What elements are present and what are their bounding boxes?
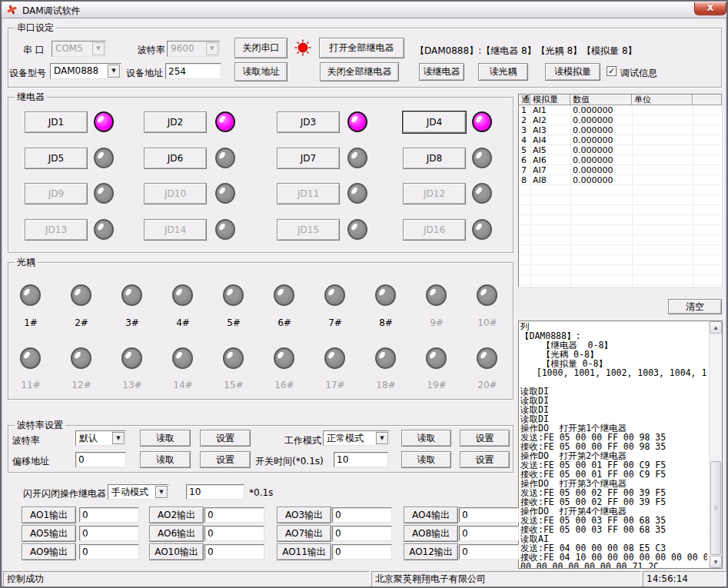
ao2-value-input[interactable] — [204, 507, 264, 523]
close-serial-button[interactable]: 关闭串口 — [234, 38, 288, 58]
cell-unit — [632, 115, 693, 125]
relay-button-jd7[interactable]: JD7 — [277, 148, 340, 169]
ao7-output-button[interactable]: AO7输出 — [277, 525, 331, 542]
chevron-down-icon[interactable]: ▼ — [112, 432, 125, 444]
log-scrollbar[interactable]: ▲ ▼ — [709, 321, 722, 568]
col-header-unit[interactable]: 单位 — [632, 95, 693, 105]
opto-led-15 — [223, 347, 244, 369]
baud-group-title: 波特率设置 — [15, 420, 65, 430]
ao12-value-input[interactable] — [459, 544, 519, 560]
switch-read-button[interactable]: 读取 — [401, 451, 451, 468]
cell-analog: AI3 — [530, 125, 570, 135]
relay-button-jd11[interactable]: JD11 — [277, 183, 340, 204]
chevron-down-icon[interactable]: ▼ — [92, 42, 105, 55]
chevron-down-icon[interactable]: ▼ — [206, 42, 218, 55]
col-header-value[interactable]: 数值 — [570, 95, 632, 105]
relay-button-jd4[interactable]: JD4 — [403, 111, 466, 133]
ao3-value-input[interactable] — [332, 507, 392, 523]
col-header-extra[interactable] — [693, 95, 722, 105]
baud2-select[interactable]: 默认 ▼ — [75, 430, 126, 446]
mode-set-button[interactable]: 设置 — [460, 430, 510, 447]
relay-button-jd9[interactable]: JD9 — [25, 183, 88, 204]
opto-group-title: 光耦 — [15, 257, 38, 267]
relay-button-jd3[interactable]: JD3 — [277, 111, 340, 133]
ao1-output-button[interactable]: AO1输出 — [22, 507, 76, 523]
status-company: 北京聚英翱翔电子有限公司 — [371, 571, 641, 586]
relay-led-jd2 — [215, 111, 235, 132]
device-addr-input[interactable] — [165, 63, 221, 79]
switch-time-input[interactable] — [334, 452, 388, 467]
ao5-output-button[interactable]: AO5输出 — [22, 525, 76, 542]
switch-set-button[interactable]: 设置 — [460, 451, 510, 468]
relay-led-jd8 — [472, 148, 492, 168]
model-select[interactable]: DAM0888 ▼ — [50, 63, 121, 79]
read-analog-button[interactable]: 读模拟量 — [545, 63, 600, 81]
debug-info-checkbox[interactable] — [607, 66, 617, 76]
offset-read-button[interactable]: 读取 — [140, 451, 191, 468]
ao3-output-button[interactable]: AO3输出 — [277, 507, 331, 523]
relay-button-jd16[interactable]: JD16 — [403, 219, 466, 241]
port-value: COM5 — [55, 43, 83, 54]
relay-led-jd4 — [472, 111, 492, 132]
ao11-value-input[interactable] — [332, 544, 392, 560]
ao5-value-input[interactable] — [79, 526, 139, 541]
baud-set-button[interactable]: 设置 — [200, 430, 251, 447]
ao9-output-button[interactable]: AO9输出 — [22, 543, 76, 560]
open-all-relays-button[interactable]: 打开全部继电器 — [319, 38, 404, 58]
chevron-down-icon[interactable]: ▼ — [376, 432, 388, 444]
ao9-value-input[interactable] — [79, 544, 139, 560]
cell-value: 0.000000 — [570, 125, 632, 135]
flash-time-input[interactable] — [186, 484, 244, 500]
relay-button-jd14[interactable]: JD14 — [144, 219, 207, 241]
offset-addr-input[interactable] — [75, 452, 126, 467]
relay-button-jd13[interactable]: JD13 — [25, 219, 88, 241]
read-addr-button[interactable]: 读取地址 — [234, 62, 288, 81]
ao11-output-button[interactable]: AO11输出 — [277, 543, 331, 560]
offset-set-button[interactable]: 设置 — [200, 451, 251, 468]
read-opto-button[interactable]: 读光耦 — [478, 63, 528, 81]
ao6-output-button[interactable]: AO6输出 — [149, 525, 204, 542]
close-all-relays-button[interactable]: 关闭全部继电器 — [320, 62, 399, 81]
ao12-output-button[interactable]: AO12输出 — [404, 543, 458, 560]
clear-button[interactable]: 清空 — [668, 299, 722, 314]
relay-button-jd15[interactable]: JD15 — [277, 219, 340, 241]
relay-button-jd2[interactable]: JD2 — [144, 111, 207, 133]
relay-button-jd12[interactable]: JD12 — [403, 183, 466, 204]
ao6-value-input[interactable] — [204, 526, 264, 541]
opto-led-20 — [477, 347, 497, 369]
col-header-channel[interactable]: 通 — [519, 95, 530, 105]
close-button[interactable]: X — [694, 2, 726, 15]
scroll-up-icon[interactable]: ▲ — [710, 321, 722, 334]
relay-button-jd10[interactable]: JD10 — [144, 183, 207, 204]
relay-button-jd8[interactable]: JD8 — [403, 148, 466, 169]
ao8-output-button[interactable]: AO8输出 — [404, 525, 458, 542]
flash-mode-select[interactable]: 手动模式 ▼ — [108, 484, 169, 500]
cell-unit — [632, 165, 693, 175]
baud-select[interactable]: 9600 ▼ — [167, 41, 220, 57]
relay-button-jd6[interactable]: JD6 — [144, 148, 207, 169]
scroll-down-icon[interactable]: ▼ — [710, 556, 722, 568]
col-header-analog[interactable]: 模拟量 — [530, 95, 570, 105]
table-row: 2AI20.000000 — [519, 115, 722, 125]
baud-read-button[interactable]: 读取 — [140, 430, 191, 447]
ao4-output-button[interactable]: AO4输出 — [404, 507, 458, 523]
relay-button-jd5[interactable]: JD5 — [25, 148, 88, 169]
relay-button-jd1[interactable]: JD1 — [25, 111, 88, 133]
ao10-output-button[interactable]: AO10输出 — [149, 543, 204, 560]
cell-analog: AI4 — [530, 135, 570, 145]
relay-led-jd1 — [94, 111, 114, 132]
opto-led-8 — [375, 284, 396, 306]
ao10-value-input[interactable] — [204, 544, 264, 560]
chevron-down-icon[interactable]: ▼ — [155, 486, 168, 498]
ao7-value-input[interactable] — [332, 526, 392, 541]
read-relay-button[interactable]: 读继电器 — [419, 63, 464, 81]
ao1-value-input[interactable] — [79, 507, 139, 523]
ao8-value-input[interactable] — [459, 526, 519, 541]
work-mode-select[interactable]: 正常模式 ▼ — [323, 430, 390, 446]
ao4-value-input[interactable] — [459, 507, 519, 523]
scrollbar-thumb[interactable] — [710, 461, 721, 555]
port-select[interactable]: COM5 ▼ — [52, 41, 106, 57]
ao2-output-button[interactable]: AO2输出 — [149, 507, 204, 523]
chevron-down-icon[interactable]: ▼ — [108, 65, 120, 78]
mode-read-button[interactable]: 读取 — [401, 430, 451, 447]
